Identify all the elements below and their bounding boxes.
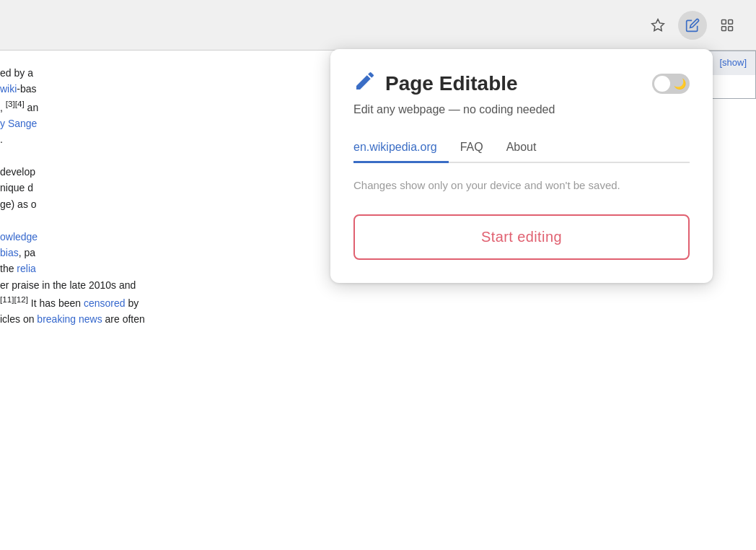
popup-subtitle: Edit any webpage — no coding needed: [353, 103, 690, 116]
pencil-icon: [353, 69, 377, 97]
popup-notice: Changes show only on your device and won…: [353, 178, 690, 194]
svg-rect-4: [729, 26, 733, 30]
tab-faq[interactable]: FAQ: [449, 134, 495, 163]
wikipedia-content: ed by a wiki-bas , [3][4] an y Sange . d…: [0, 51, 317, 342]
svg-rect-1: [722, 19, 726, 24]
dark-mode-toggle-container[interactable]: 🌙: [652, 74, 690, 94]
dark-mode-toggle[interactable]: 🌙: [652, 74, 690, 94]
svg-marker-0: [652, 19, 664, 30]
popup-header: Page Editable 🌙: [353, 69, 690, 97]
svg-rect-2: [729, 19, 733, 24]
toggle-slider: 🌙: [652, 74, 690, 94]
moon-icon: 🌙: [674, 78, 686, 90]
popup-tabs: en.wikipedia.org FAQ About: [353, 134, 690, 163]
edit-extension-button[interactable]: [678, 11, 707, 40]
svg-rect-3: [722, 26, 726, 30]
tab-site[interactable]: en.wikipedia.org: [353, 134, 449, 163]
tab-about[interactable]: About: [495, 134, 548, 163]
extensions-button[interactable]: [713, 11, 742, 40]
show-link[interactable]: [show]: [719, 57, 747, 68]
start-editing-button[interactable]: Start editing: [353, 214, 690, 260]
popup-title: Page Editable: [385, 72, 518, 95]
bookmark-button[interactable]: [643, 11, 672, 40]
browser-toolbar: [0, 0, 756, 51]
popup-title-row: Page Editable: [353, 69, 518, 97]
extension-popup: Page Editable 🌙 Edit any webpage — no co…: [330, 49, 713, 283]
